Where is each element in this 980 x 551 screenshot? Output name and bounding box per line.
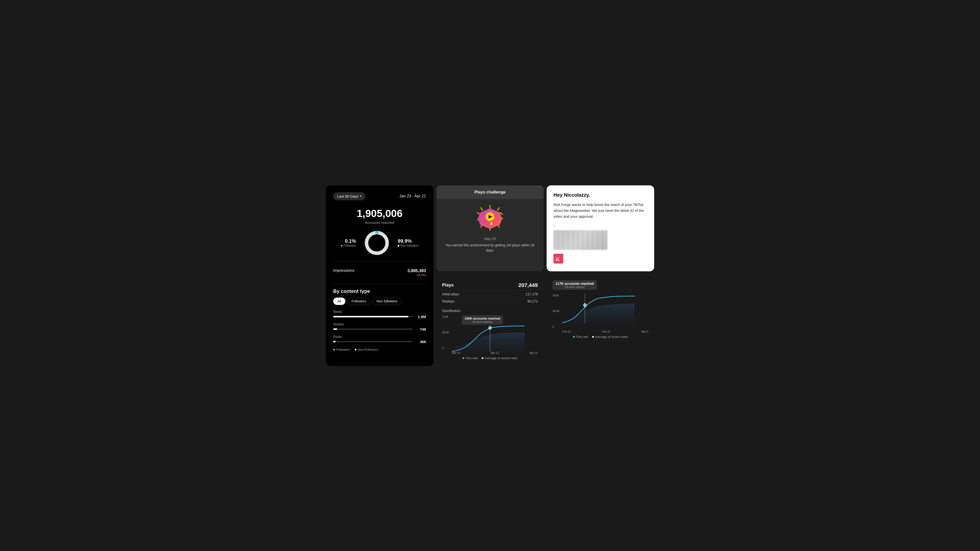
followers-pct: 0.1% (341, 238, 356, 244)
filter-tab-followers[interactable]: Followers (347, 297, 371, 305)
donut-chart (363, 229, 390, 256)
right-chart-tooltip: 117K accounts reached 3d since sharing (552, 280, 597, 290)
divider-2 (333, 284, 426, 284)
mid-chart-y-labels: 113K 56.5K 0 (442, 315, 449, 349)
stories-bar-row: 748 (333, 327, 426, 331)
accounts-reached-section: 1,905,006 Accounts reached (333, 208, 426, 225)
right-chart-y-labels: 181K 90.8K 0 (552, 294, 560, 328)
plays-main-row: Plays 207,449 (442, 280, 538, 291)
stories-row: Stories 748 (333, 322, 426, 331)
posts-bar-fill (333, 341, 336, 342)
stories-value: 748 (415, 327, 426, 331)
right-legend-this-reel: This reel (573, 335, 588, 339)
posts-bar-row: 366 (333, 340, 426, 344)
posts-row: Posts 366 (333, 335, 426, 344)
filter-tabs: All Followers Non-followers (333, 297, 426, 305)
non-followers-dot (398, 245, 399, 247)
impressions-number: 3,885,383 (407, 268, 426, 273)
svg-text:⚔: ⚔ (555, 256, 560, 262)
legend-this-reel: This reel (463, 356, 478, 360)
initial-plays-label: Initial plays (442, 292, 459, 296)
impressions-label: Impressions (333, 268, 354, 273)
reels-bar-track (333, 316, 412, 318)
right-this-reel-label: This reel (576, 335, 588, 339)
date-range-label: Last 90 Days (337, 194, 359, 198)
initial-plays-value: 117,178 (525, 292, 538, 296)
divider-1 (333, 261, 426, 262)
plays-challenge-panel: Plays challenge (436, 186, 544, 272)
impressions-change: -54.9% (407, 273, 426, 277)
followers-dot (341, 245, 342, 247)
right-tooltip-title: 117K accounts reached (555, 282, 593, 286)
right-tooltip-sub: 3d since sharing (555, 286, 593, 289)
chevron-down-icon: ▾ (360, 194, 362, 198)
legend-followers-label: Followers (336, 348, 350, 351)
posts-bar-track (333, 341, 412, 342)
accounts-reached-number: 1,905,006 (333, 208, 426, 219)
avg-reels-label: Average of recent reels (485, 356, 517, 360)
left-panel: Last 90 Days ▾ Jan 23 - Apr 21 1,905,006… (326, 186, 433, 366)
stories-bar-track (333, 329, 412, 330)
badge-icon: 🔥 (475, 204, 505, 236)
svg-point-22 (584, 304, 586, 306)
right-chart-container: 181K 90.8K 0 Feb 12 Feb 23 Mar 4 (552, 294, 648, 333)
mid-chart-legend: This reel Average of recent reels (442, 356, 538, 360)
plays-value: 207,449 (519, 282, 538, 289)
legend-non-followers-dot (355, 349, 356, 351)
date-range-button[interactable]: Last 90 Days ▾ (333, 192, 366, 200)
plays-label: Plays (442, 283, 454, 288)
avg-reels-dot (482, 357, 484, 359)
legend-avg-reels: Average of recent reels (482, 356, 517, 360)
challenge-title: Plays challenge (436, 186, 544, 199)
right-avg-dot (592, 336, 594, 338)
replays-value: 90,271 (528, 299, 538, 303)
reels-bar-fill (333, 316, 409, 318)
mid-tooltip-sub: 8d since sharing (465, 320, 500, 323)
reels-bar-row: 1.9M (333, 315, 426, 319)
mid-chart-tooltip: 100K accounts reached 8d since sharing (461, 315, 503, 325)
donut-section: 0.1% Followers 99.9% Non-followers (333, 229, 426, 256)
content-legend: Followers Non-Followers (333, 348, 426, 351)
right-avg-label: Average of recent reels (595, 335, 628, 339)
replays-row: Replays 90,271 (442, 297, 538, 305)
replays-label: Replays (442, 299, 455, 303)
message-greeting: Hey Niccolazzy, (554, 192, 647, 198)
blurred-image (554, 230, 607, 250)
reels-value: 1.9M (415, 315, 426, 319)
right-chart-legend: This reel Average of recent reels (552, 335, 648, 339)
this-reel-label: This reel (466, 356, 478, 360)
right-this-reel-dot (573, 336, 575, 338)
accounts-reached-label: Accounts reached (333, 221, 426, 225)
this-reel-dot (463, 357, 464, 359)
svg-line-9 (481, 208, 483, 210)
non-followers-pct: 99.9% (398, 238, 418, 244)
non-followers-label: Non-followers (398, 244, 418, 247)
stories-bar-fill (333, 329, 337, 330)
svg-text:🔥: 🔥 (489, 220, 495, 225)
by-content-title: By content type (333, 289, 426, 294)
legend-non-followers-label: Non-Followers (358, 348, 378, 351)
reels-row: Reels 1.9M (333, 310, 426, 319)
riot-logo: ⚔ (554, 254, 563, 264)
message-panel: Hey Niccolazzy, Riot Forge wants to help… (547, 186, 654, 272)
distrib-title: Distribution (442, 308, 538, 313)
legend-non-followers: Non-Followers (355, 348, 378, 351)
impressions-value: 3,885,383 -54.9% (407, 268, 426, 277)
legend-followers: Followers (333, 348, 350, 351)
right-chart-x-labels: Feb 12 Feb 23 Mar 4 (562, 330, 648, 333)
svg-point-20 (488, 326, 491, 329)
posts-value: 366 (415, 340, 426, 344)
distribution-section: Distribution 100K accounts reached 8d si… (442, 308, 538, 360)
filter-tab-all[interactable]: All (333, 297, 345, 305)
posts-label: Posts (333, 335, 426, 339)
challenge-body: 🔥 May 29 You earned this achievement by … (436, 199, 544, 258)
svg-line-10 (497, 208, 499, 210)
date-header: Last 90 Days ▾ Jan 23 - Apr 21 (333, 192, 426, 200)
message-dash: -- (554, 223, 647, 227)
stories-label: Stories (333, 322, 426, 326)
impressions-row: Impressions 3,885,383 -54.9% (333, 266, 426, 279)
message-body: Riot Forge wants to help boost the reach… (554, 202, 647, 219)
filter-tab-non-followers[interactable]: Non-followers (372, 297, 402, 305)
main-container: Last 90 Days ▾ Jan 23 - Apr 21 1,905,006… (318, 178, 662, 373)
legend-followers-dot (333, 349, 335, 351)
